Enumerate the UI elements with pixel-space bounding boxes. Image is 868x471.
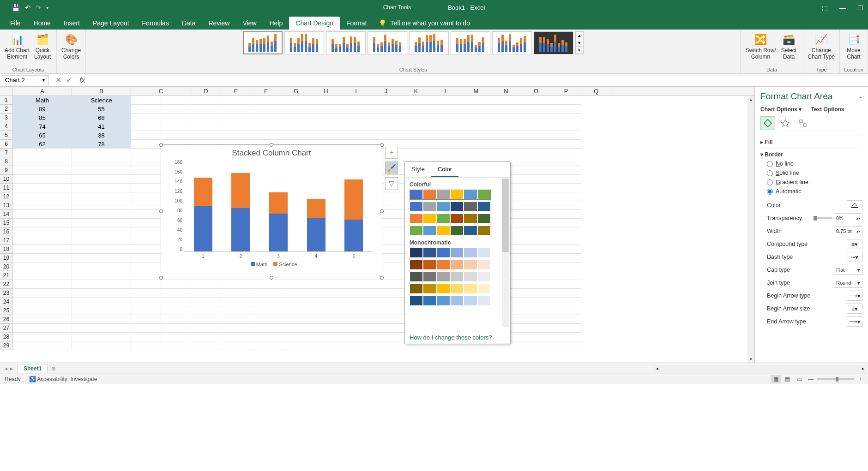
border-radio[interactable]: Gradient line	[767, 179, 862, 185]
cell[interactable]	[341, 341, 371, 350]
cell[interactable]	[491, 149, 521, 157]
tab-chart-design[interactable]: Chart Design	[289, 17, 340, 30]
chart-style-thumb[interactable]	[368, 31, 407, 54]
gallery-scroll[interactable]: ▲▼▾	[575, 31, 584, 54]
cell[interactable]	[551, 315, 581, 324]
cell[interactable]	[521, 280, 551, 289]
cell[interactable]	[131, 315, 161, 324]
cell[interactable]	[281, 315, 311, 324]
cell[interactable]	[13, 289, 72, 298]
tab-help[interactable]: Help	[263, 17, 289, 30]
cell[interactable]	[311, 280, 341, 289]
cell[interactable]	[191, 96, 221, 105]
cell[interactable]	[131, 271, 161, 280]
cell[interactable]	[13, 306, 72, 315]
cell[interactable]	[221, 122, 251, 131]
add-chart-element-button[interactable]: 📊 Add Chart Element	[3, 31, 31, 61]
cell[interactable]	[13, 280, 72, 289]
tab-page-layout[interactable]: Page Layout	[86, 17, 136, 30]
column-header[interactable]: K	[401, 87, 431, 95]
chart-style-thumb[interactable]	[409, 31, 449, 54]
row-header[interactable]: 23	[0, 289, 13, 298]
cell[interactable]	[521, 96, 551, 105]
begin-arrow-size-dropdown[interactable]: ≡▾	[847, 304, 862, 314]
cell[interactable]	[371, 113, 401, 122]
cell[interactable]	[13, 236, 72, 245]
cell[interactable]	[281, 122, 311, 131]
row-header[interactable]: 18	[0, 245, 13, 254]
cell[interactable]	[491, 122, 521, 131]
color-scheme-row[interactable]	[410, 226, 491, 236]
cell[interactable]	[551, 236, 581, 245]
column-header[interactable]: J	[371, 87, 401, 95]
cell[interactable]	[13, 210, 72, 219]
formula-input[interactable]	[88, 75, 865, 85]
cell[interactable]	[13, 227, 72, 236]
chart-style-thumb[interactable]	[243, 31, 283, 54]
fx-icon[interactable]: fx	[77, 76, 88, 84]
ribbon-display-icon[interactable]: ⬚	[822, 4, 828, 12]
border-radio[interactable]: No line	[767, 161, 862, 167]
cell[interactable]	[251, 113, 281, 122]
cell[interactable]	[131, 236, 161, 245]
cell[interactable]	[161, 298, 191, 306]
row-header[interactable]: 10	[0, 175, 13, 184]
cap-type-dropdown[interactable]: Flat▾	[834, 265, 862, 275]
cell[interactable]	[191, 298, 221, 306]
cell[interactable]	[161, 324, 191, 333]
cell[interactable]	[521, 315, 551, 324]
cell[interactable]	[72, 298, 131, 306]
cell[interactable]	[251, 280, 281, 289]
cell[interactable]	[341, 315, 371, 324]
cell[interactable]	[521, 131, 551, 140]
cell[interactable]	[131, 192, 161, 201]
cell[interactable]	[131, 298, 161, 306]
cell[interactable]: 85	[13, 113, 72, 122]
chart-object[interactable]: Stacked Column Chart 1801601401201008060…	[161, 144, 382, 278]
bar-stack[interactable]	[344, 179, 363, 251]
cell[interactable]	[13, 324, 72, 333]
cell[interactable]	[191, 280, 221, 289]
cell[interactable]	[371, 315, 401, 324]
cell[interactable]	[491, 96, 521, 105]
cell[interactable]	[191, 306, 221, 315]
cell[interactable]	[251, 333, 281, 341]
column-header[interactable]: L	[431, 87, 461, 95]
add-sheet-button[interactable]: ⊕	[48, 365, 60, 372]
column-header[interactable]: H	[311, 87, 341, 95]
cell[interactable]	[161, 113, 191, 122]
cell[interactable]	[521, 324, 551, 333]
cell[interactable]	[551, 289, 581, 298]
cell[interactable]	[521, 262, 551, 271]
cell[interactable]	[521, 192, 551, 201]
cell[interactable]	[521, 306, 551, 315]
cell[interactable]	[191, 315, 221, 324]
cell[interactable]	[221, 333, 251, 341]
color-scheme-row[interactable]	[410, 260, 491, 270]
cell[interactable]	[72, 192, 131, 201]
chart-plot-area[interactable]: 180160140120100806040200	[184, 160, 373, 252]
text-options-tab[interactable]: Text Options	[811, 106, 844, 113]
cell[interactable]	[371, 341, 401, 350]
cell[interactable]	[341, 280, 371, 289]
row-header[interactable]: 4	[0, 122, 13, 131]
cell[interactable]	[401, 140, 431, 149]
cell[interactable]	[131, 333, 161, 341]
transparency-input[interactable]: 0%▴▾	[834, 213, 862, 223]
cell[interactable]	[131, 227, 161, 236]
cell[interactable]	[161, 341, 191, 350]
cell[interactable]	[521, 113, 551, 122]
cell[interactable]	[72, 324, 131, 333]
change-chart-type-button[interactable]: 📈 Change Chart Type	[806, 31, 837, 61]
minimize-icon[interactable]: —	[839, 4, 846, 12]
cell[interactable]	[371, 96, 401, 105]
cell[interactable]: 68	[72, 113, 131, 122]
cell[interactable]	[401, 131, 431, 140]
compound-type-dropdown[interactable]: ≡▾	[847, 239, 862, 249]
cell[interactable]	[131, 280, 161, 289]
cell[interactable]	[251, 96, 281, 105]
cell[interactable]	[221, 289, 251, 298]
cell[interactable]	[341, 298, 371, 306]
row-header[interactable]: 20	[0, 262, 13, 271]
row-header[interactable]: 9	[0, 166, 13, 175]
